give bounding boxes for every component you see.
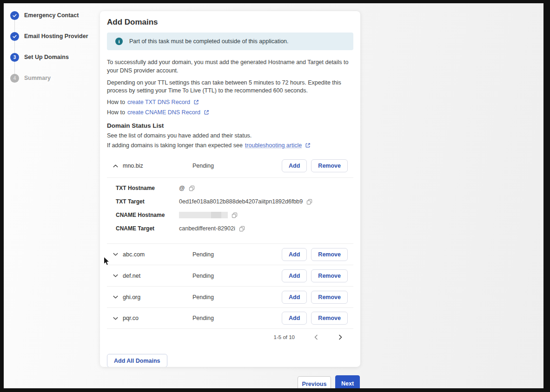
copy-icon[interactable] [189,185,195,191]
record-label: CNAME Target [116,225,179,232]
stepper-connector [14,20,15,32]
add-domain-button[interactable]: Add [282,248,307,261]
external-link-icon [305,143,311,148]
cname-target-row: CNAME Target canbedifferent-82902i [116,223,353,234]
copy-icon[interactable] [239,226,245,232]
troubleshooting-line: If adding domains is taking longer than … [107,142,353,149]
create-cname-dns-record-link[interactable]: create CNAME DNS Record [127,109,200,116]
next-button[interactable]: Next [335,375,360,388]
step-completed-icon [10,11,19,20]
remove-domain-button[interactable]: Remove [311,312,348,325]
wizard-stepper: Emergency Contact Email Hosting Provider… [10,11,88,82]
status-badge: Pending [192,251,282,258]
record-label: CNAME Hostname [116,212,179,218]
record-value: 0ed1fe018a8012b888deb4207aiitpn1892d6fbb… [179,198,303,205]
chevron-down-icon[interactable] [113,294,119,300]
domain-row-expanded: mno.biz Pending Add Remove [107,157,353,175]
domain-status-list-heading: Domain Status List [107,122,353,129]
checkmark-icon [12,34,17,39]
howto-cname-line: How to create CNAME DNS Record [107,109,353,116]
record-label: TXT Hostname [116,185,179,191]
add-domain-button[interactable]: Add [282,159,307,172]
pagination-range-label: 1-5 of 10 [274,334,295,340]
chevron-down-icon[interactable] [113,273,119,279]
domain-row: def.net Pending Add Remove [107,265,353,286]
add-domain-button[interactable]: Add [282,269,307,282]
stepper-item-label: Emergency Contact [24,12,79,19]
remove-domain-button[interactable]: Remove [311,291,348,304]
status-badge: Pending [192,315,282,321]
add-all-domains-button[interactable]: Add All Domains [107,354,167,367]
redacted-value [179,212,228,218]
info-banner: i Part of this task must be completed ou… [107,33,353,50]
domain-row: ghi.org Pending Add Remove [107,286,353,307]
step-number-badge: 4 [10,74,19,83]
add-domain-button[interactable]: Add [282,291,307,304]
howto-prefix: How to [107,109,125,116]
status-badge: Pending [192,273,282,279]
pagination-prev-icon[interactable] [313,334,319,340]
domain-name: def.net [123,273,192,279]
pagination-next-icon[interactable] [338,334,343,340]
txt-hostname-row: TXT Hostname @ [116,183,353,193]
domain-row: pqr.co Pending Add Remove [107,307,353,329]
status-badge: Pending [192,163,282,169]
troubleshooting-article-link[interactable]: troubleshooting article [245,142,302,149]
add-domain-button[interactable]: Add [282,312,307,325]
domain-status-list: mno.biz Pending Add Remove TXT Hostname … [107,157,353,329]
stepper-connector [14,40,15,53]
cname-hostname-row: CNAME Hostname [116,210,353,220]
record-value: @ [179,185,185,191]
intro-paragraph-2: Depending on your TTL settings this can … [107,79,353,96]
page-title: Add Domains [107,18,353,27]
howto-prefix: How to [107,99,125,105]
info-banner-text: Part of this task must be completed outs… [129,38,289,45]
howto-txt-line: How to create TXT DNS Record [107,99,353,105]
record-value: canbedifferent-82902i [179,225,235,232]
stepper-item-label: Summary [24,75,51,81]
previous-button[interactable]: Previous [298,376,331,388]
domain-name: abc.com [123,251,192,258]
domain-name: pqr.co [123,315,192,321]
chevron-up-icon[interactable] [113,163,119,169]
step-completed-icon [10,32,19,41]
stepper-item-set-up-domains[interactable]: 3 Set Up Domains [10,53,88,61]
stepper-item-label: Email Hosting Provider [24,33,88,39]
domain-name: mno.biz [123,163,192,169]
troubleshooting-prefix: If adding domains is taking longer than … [107,142,243,149]
dns-records-detail: TXT Hostname @ TXT Target 0ed1fe018a8012… [107,178,353,243]
remove-domain-button[interactable]: Remove [311,159,348,172]
txt-target-row: TXT Target 0ed1fe018a8012b888deb4207aiit… [116,196,353,207]
step-number-badge: 3 [10,53,19,62]
pagination: 1-5 of 10 [107,334,353,340]
stepper-item-summary[interactable]: 4 Summary [10,74,88,82]
record-label: TXT Target [116,198,179,205]
status-badge: Pending [192,294,282,301]
remove-domain-button[interactable]: Remove [311,248,348,261]
add-domains-panel: Add Domains i Part of this task must be … [100,11,360,367]
external-link-icon [193,99,199,105]
stepper-connector [14,61,15,74]
intro-paragraph-1: To successfully add your domain, you mus… [107,59,353,75]
domain-name: ghi.org [123,294,192,301]
stepper-item-email-hosting-provider[interactable]: Email Hosting Provider [10,32,88,40]
stepper-item-emergency-contact[interactable]: Emergency Contact [10,11,88,20]
remove-domain-button[interactable]: Remove [311,269,348,282]
checkmark-icon [12,13,17,18]
domain-status-desc: See the list of domains you have added a… [107,132,353,139]
info-icon: i [115,38,123,45]
create-txt-dns-record-link[interactable]: create TXT DNS Record [127,99,190,105]
chevron-down-icon[interactable] [113,251,119,257]
copy-icon[interactable] [306,199,312,205]
domain-row: abc.com Pending Add Remove [107,243,353,265]
chevron-down-icon[interactable] [113,315,119,321]
app-screen: Emergency Contact Email Hosting Provider… [4,3,543,388]
copy-icon[interactable] [232,212,238,218]
external-link-icon [204,110,209,115]
stepper-item-label: Set Up Domains [24,54,69,60]
